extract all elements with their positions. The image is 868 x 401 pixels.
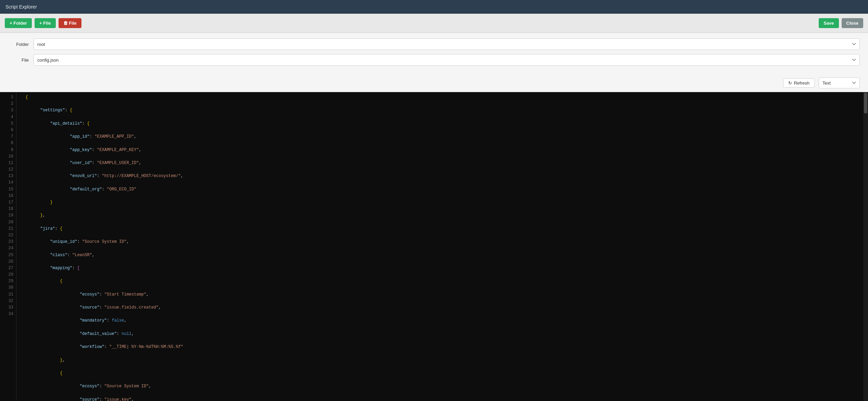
line-number: 31 [3, 291, 13, 298]
line-number: 26 [3, 259, 13, 265]
file-label: File [8, 58, 29, 63]
view-select[interactable]: Text [819, 77, 860, 88]
line-number: 3 [3, 107, 13, 114]
file-select[interactable]: config.json [34, 54, 860, 66]
file-row: File config.json [8, 54, 860, 66]
code-line: "class": "LeanSR", [21, 252, 859, 259]
line-numbers: 1234567891011121314151617181920212223242… [0, 92, 16, 401]
line-number: 6 [3, 127, 13, 134]
folder-label: Folder [8, 42, 29, 47]
code-line: "user_id": "EXAMPLE_USER_ID", [21, 160, 859, 166]
line-number: 14 [3, 179, 13, 186]
line-number: 1 [3, 94, 13, 101]
line-number: 22 [3, 232, 13, 239]
line-number: 9 [3, 147, 13, 153]
close-button[interactable]: Close [842, 18, 863, 28]
line-number: 32 [3, 298, 13, 304]
line-number: 15 [3, 186, 13, 193]
line-number: 10 [3, 153, 13, 160]
line-number: 25 [3, 252, 13, 259]
line-number: 16 [3, 193, 13, 199]
code-line: "default_org": "ORG_ECO_ID" [21, 186, 859, 193]
code-line: } [21, 199, 859, 206]
scrollbar-thumb[interactable] [864, 93, 867, 113]
code-line: "mandatory": false, [21, 317, 859, 324]
refresh-label: Refresh [794, 80, 809, 86]
refresh-button[interactable]: ↻ Refresh [783, 78, 815, 88]
code-content[interactable]: { "settings": { "api_details": { "app_id… [16, 92, 863, 401]
folder-select[interactable]: root [34, 38, 860, 50]
code-line: "app_key": "EXAMPLE_APP_KEY", [21, 147, 859, 153]
code-line: }, [21, 212, 859, 219]
delete-file-button[interactable]: 🗑 File [59, 18, 81, 28]
line-number: 4 [3, 114, 13, 121]
code-line: "api_details": { [21, 121, 859, 127]
app-title: Script Explorer [5, 4, 37, 10]
line-number: 12 [3, 166, 13, 173]
line-number: 28 [3, 272, 13, 278]
code-line: { [21, 370, 859, 377]
line-number: 27 [3, 265, 13, 272]
line-number: 2 [3, 101, 13, 107]
line-number: 21 [3, 226, 13, 232]
line-number: 11 [3, 160, 13, 166]
add-folder-button[interactable]: + Folder [5, 18, 32, 28]
line-number: 34 [3, 311, 13, 317]
line-number: 17 [3, 199, 13, 206]
code-line: "source": "issue.fields.created", [21, 304, 859, 311]
code-line: "enov8_url": "http://EXAMPLE_HOST/ecosys… [21, 173, 859, 179]
line-number: 13 [3, 173, 13, 179]
folder-row: Folder root [8, 38, 860, 50]
code-line: "unique_id": "Source System ID", [21, 239, 859, 245]
code-line: "ecosys": "Start Timestamp", [21, 291, 859, 298]
code-editor[interactable]: 1234567891011121314151617181920212223242… [0, 92, 868, 401]
code-line: "ecosys": "Source System ID", [21, 383, 859, 390]
line-number: 20 [3, 219, 13, 226]
refresh-icon: ↻ [788, 80, 792, 86]
code-line: "workflow": "__TIME| %Y-%m-%dT%H:%M:%S.%… [21, 344, 859, 350]
code-line: { [21, 278, 859, 285]
code-line: "jira": { [21, 226, 859, 232]
code-line: "default_value": null, [21, 331, 859, 337]
controls-bar: ↻ Refresh Text [0, 75, 868, 92]
add-file-button[interactable]: + File [35, 18, 56, 28]
code-line: "source": "issue.key", [21, 397, 859, 401]
line-number: 33 [3, 304, 13, 311]
title-bar: Script Explorer [0, 0, 868, 14]
line-number: 8 [3, 140, 13, 147]
line-number: 23 [3, 239, 13, 245]
code-line: "app_id": "EXAMPLE_APP_ID", [21, 134, 859, 140]
line-number: 29 [3, 278, 13, 285]
form-area: Folder root File config.json [0, 33, 868, 75]
editor-container: 1234567891011121314151617181920212223242… [0, 92, 868, 401]
line-number: 7 [3, 134, 13, 140]
save-button[interactable]: Save [819, 18, 839, 28]
toolbar: + Folder + File 🗑 File Save Close [0, 14, 868, 33]
code-line: "settings": { [21, 107, 859, 114]
toolbar-right: Save Close [819, 18, 863, 28]
line-number: 18 [3, 206, 13, 212]
code-line: }, [21, 357, 859, 364]
line-number: 24 [3, 245, 13, 252]
code-line: "mapping": [ [21, 265, 859, 272]
code-line: { [21, 94, 859, 101]
line-number: 30 [3, 285, 13, 291]
line-number: 19 [3, 212, 13, 219]
vertical-scrollbar[interactable] [863, 92, 868, 401]
line-number: 5 [3, 121, 13, 127]
